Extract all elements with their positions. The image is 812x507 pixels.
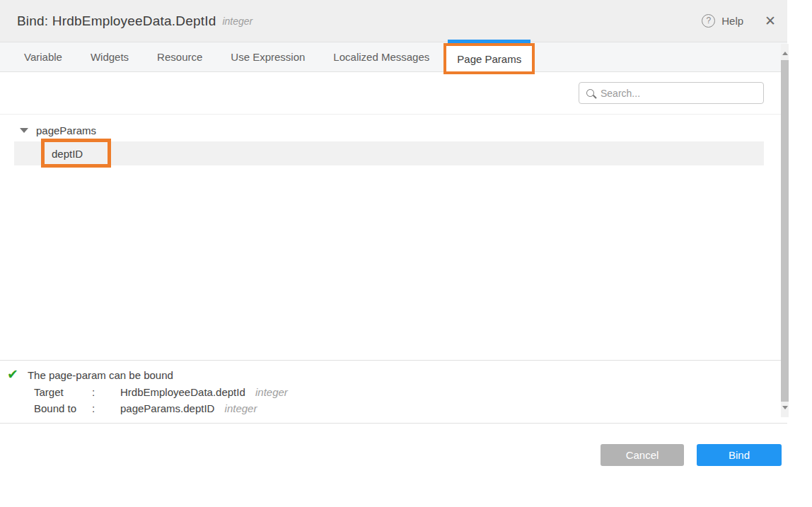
scrollbar-thumb[interactable] [781,60,789,402]
scroll-down-arrow-icon[interactable] [782,406,788,409]
search-input[interactable] [601,88,742,99]
target-value: HrdbEmployeeData.deptId [120,386,245,398]
target-type: integer [255,386,288,398]
boundto-label: Bound to [34,402,92,414]
page-params-tree: pageParams deptID [0,115,787,360]
check-icon: ✔ [7,368,18,382]
active-tab-indicator [448,40,530,43]
status-message: The page-param can be bound [28,369,173,381]
close-icon[interactable]: ✕ [765,13,776,29]
caret-down-icon[interactable] [20,128,28,133]
dialog-title-type: integer [222,16,253,27]
boundto-separator: : [92,402,120,414]
toolbar [0,72,787,115]
tree-node-deptid-label[interactable]: deptID [52,148,83,160]
search-icon [586,89,594,97]
status-message-row: ✔ The page-param can be bound [7,368,787,382]
tab-widgets[interactable]: Widgets [76,42,143,71]
target-label: Target [34,386,92,398]
target-value-wrap: HrdbEmployeeData.deptId integer [120,386,787,398]
tab-use-expression[interactable]: Use Expression [216,42,319,71]
bind-dialog: Bind: HrdbEmployeeData.DeptId integer ? … [0,0,787,466]
search-box[interactable] [579,82,764,104]
boundto-type: integer [225,402,257,414]
tree-node-pageparams[interactable]: pageParams [0,120,787,141]
tree-node-pageparams-label[interactable]: pageParams [36,124,96,136]
cancel-button[interactable]: Cancel [601,444,684,466]
dialog-title: Bind: HrdbEmployeeData.DeptId [17,13,216,29]
scroll-up-arrow-icon[interactable] [782,52,788,55]
tab-variable[interactable]: Variable [10,42,76,71]
vertical-scrollbar[interactable] [781,44,789,417]
dialog-footer: Cancel Bind [0,424,787,466]
boundto-value: pageParams.deptID [120,402,214,414]
tab-resource[interactable]: Resource [143,42,216,71]
help-icon[interactable]: ? [702,14,715,28]
boundto-value-wrap: pageParams.deptID integer [120,402,787,414]
status-target-row: Target : HrdbEmployeeData.deptId integer [34,386,787,398]
tab-localized-messages[interactable]: Localized Messages [319,42,443,71]
help-button[interactable]: ? Help [702,14,743,28]
tab-page-params-label: Page Params [457,53,521,65]
dialog-header: Bind: HrdbEmployeeData.DeptId integer ? … [0,0,787,42]
status-boundto-row: Bound to : pageParams.deptID integer [34,402,787,414]
binding-status-panel: ✔ The page-param can be bound Target : H… [0,360,787,424]
bind-button[interactable]: Bind [697,444,782,466]
tree-node-deptid[interactable]: deptID [14,141,764,165]
tab-bar: Variable Widgets Resource Use Expression… [0,42,787,72]
tab-page-params[interactable]: Page Params [443,43,535,74]
help-label[interactable]: Help [721,15,743,27]
target-separator: : [92,386,120,398]
